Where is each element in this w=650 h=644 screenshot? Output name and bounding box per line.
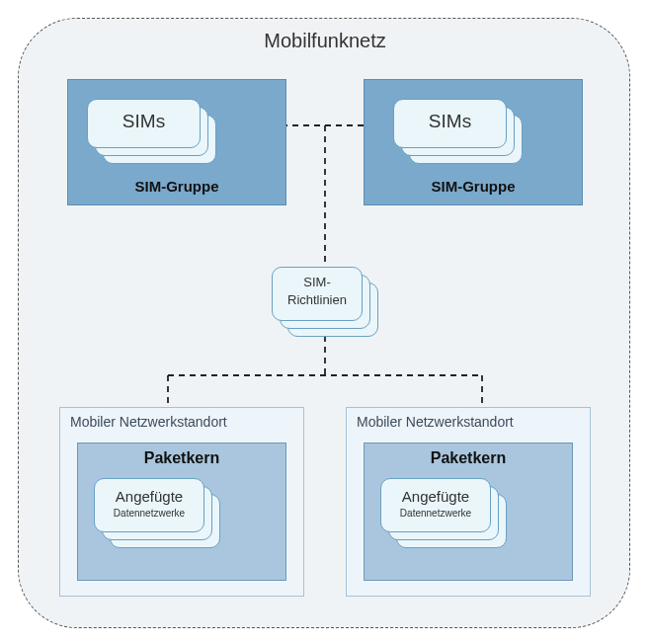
policies-line1: SIM-: [272, 275, 363, 289]
core-right-label: Paketkern: [365, 449, 572, 467]
attached-right-line1: Angefügte: [380, 488, 491, 505]
site-left-label: Mobiler Netzwerkstandort: [70, 414, 227, 430]
attached-left-line2: Datennetzwerke: [94, 508, 204, 519]
diagram-title: Mobilfunknetz: [0, 30, 650, 52]
attached-right-line2: Datennetzwerke: [380, 508, 491, 519]
attached-left-line1: Angefügte: [94, 488, 204, 505]
policies-line2: Richtlinien: [272, 292, 363, 307]
core-left-label: Paketkern: [78, 449, 285, 467]
sim-group-left-label: SIM-Gruppe: [68, 178, 285, 195]
sims-right-label: SIMs: [393, 111, 507, 132]
site-right-label: Mobiler Netzwerkstandort: [357, 414, 514, 430]
diagram-canvas: Mobilfunknetz SIM-Gruppe SIMs SIM-Gruppe: [0, 0, 650, 644]
sims-left-label: SIMs: [87, 111, 201, 132]
sim-group-right-label: SIM-Gruppe: [365, 178, 582, 195]
